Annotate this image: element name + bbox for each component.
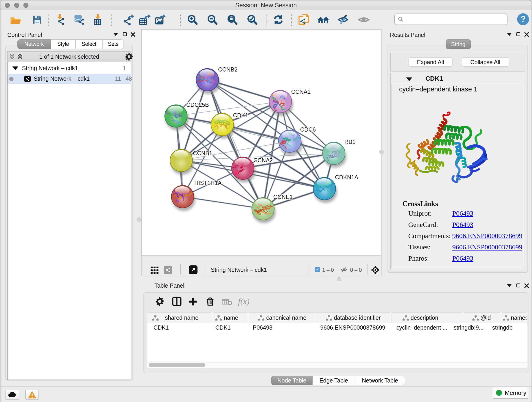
svg-text:RB1: RB1	[344, 139, 355, 145]
svg-text:CCNB2: CCNB2	[218, 66, 238, 73]
svg-text:CCNA1: CCNA1	[291, 89, 311, 95]
svg-text:CDC6: CDC6	[300, 126, 316, 133]
svg-text:CCNE1: CCNE1	[273, 194, 293, 200]
svg-text:CCNB1: CCNB1	[193, 150, 212, 156]
svg-text:CDKN1A: CDKN1A	[335, 174, 358, 180]
svg-text:CDC25B: CDC25B	[186, 102, 209, 108]
svg-text:CCNA2: CCNA2	[253, 157, 273, 163]
svg-text:CDK1: CDK1	[233, 112, 248, 119]
svg-text:HIST1H1A: HIST1H1A	[194, 180, 222, 186]
